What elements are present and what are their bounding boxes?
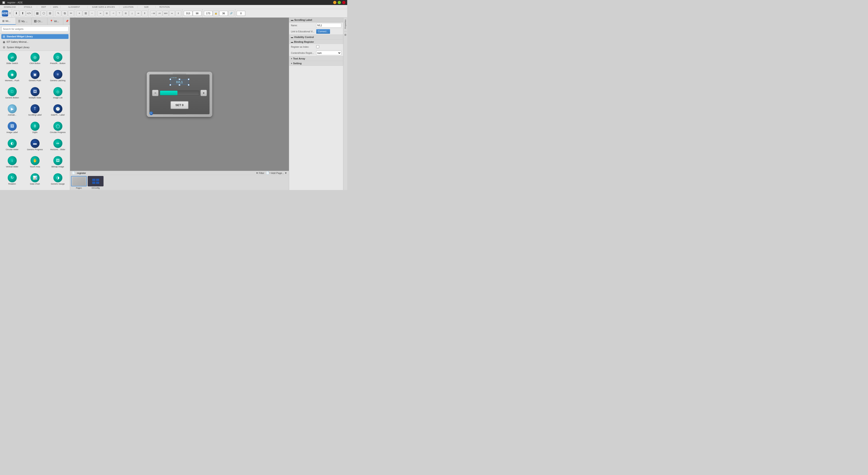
- widget-item-click-button[interactable]: ◎Click Button: [24, 52, 46, 68]
- distribute-v-button[interactable]: ⇕: [142, 10, 148, 16]
- rotation-input[interactable]: 0: [237, 11, 245, 16]
- system-library-item[interactable]: ⚙ System Widget Library: [1, 45, 68, 50]
- align-top-button[interactable]: ⊤: [116, 10, 122, 16]
- add-page-button[interactable]: 📄+ Add Page... ▼: [266, 172, 287, 174]
- visibility-header[interactable]: ▬ Visibility Control: [289, 35, 343, 39]
- code-button[interactable]: </>: [26, 10, 32, 16]
- iot-library-item[interactable]: ◉ IOT Gallery Minimal...: [1, 39, 68, 44]
- same-wh-button[interactable]: WH: [163, 10, 168, 16]
- widget-item-generic-progress[interactable]: ▬Generic Progress: [24, 138, 46, 155]
- upload-button[interactable]: ⬆: [20, 10, 26, 16]
- widget-item-moment----push[interactable]: ◉Moment... Push: [1, 69, 23, 86]
- properties-edge-tab[interactable]: Properties: [344, 19, 347, 30]
- widget-item-data-chart[interactable]: 📊Data Chart: [24, 172, 46, 189]
- text-array-header[interactable]: + Text Array: [289, 56, 343, 61]
- slider-track[interactable]: [160, 90, 199, 95]
- slider-plus-button[interactable]: +: [200, 90, 207, 96]
- widget-item-touch-area[interactable]: ✋Touch Area: [24, 155, 46, 172]
- space-v-button[interactable]: ⇕: [176, 10, 181, 16]
- apps-button[interactable]: ⊞: [47, 10, 53, 16]
- widget-item-digits[interactable]: 8Digits: [24, 121, 46, 138]
- widget-item-animati---[interactable]: ▶Animati...: [1, 103, 23, 120]
- maximize-button[interactable]: □: [338, 1, 341, 4]
- set-button[interactable]: SET 0: [170, 101, 188, 109]
- widget-item-circular-meter[interactable]: ◐Circular Meter: [1, 138, 23, 155]
- cut-button[interactable]: ✂: [68, 10, 74, 16]
- widget-item-bitmap-image[interactable]: 🖼Bitmap Image: [46, 155, 69, 172]
- zoom-in-button[interactable]: +: [76, 10, 82, 16]
- page-thumb-page1[interactable]: Page1: [71, 176, 87, 189]
- search-input[interactable]: [1, 26, 68, 32]
- widget-item-press-r----button[interactable]: ⊙Press/R... Button: [46, 52, 69, 68]
- zoom-fit-button[interactable]: ⊞: [83, 10, 89, 16]
- handle-tr[interactable]: [188, 79, 189, 80]
- handle-tm[interactable]: [179, 79, 180, 80]
- scrolling-label-widget[interactable]: 173X36 IVL1: [170, 80, 188, 85]
- widget-item-date-ti----label[interactable]: 🕐Date/Ti... Label: [46, 103, 69, 120]
- content-register-select[interactable]: num str: [316, 51, 342, 55]
- nav-tab-wi2[interactable]: 📍 Wi...: [48, 18, 63, 25]
- nav-tab-my[interactable]: ☰ My ...: [16, 18, 32, 25]
- location-y-input[interactable]: 98: [193, 11, 202, 16]
- setting-header[interactable]: + Setting: [289, 61, 343, 66]
- settings-edge-icon[interactable]: ⚙: [344, 33, 346, 36]
- canvas-content[interactable]: 173X36 IVL1 −: [70, 18, 289, 171]
- space-h-button[interactable]: ⇔: [169, 10, 175, 16]
- widget-item-generic-button[interactable]: □Generic Button: [1, 86, 23, 103]
- widget-item-circular-progress[interactable]: ◯Circular Progress: [46, 121, 69, 138]
- widget-item-slider-switch[interactable]: ⇄Slider Switch: [1, 52, 23, 68]
- widget-item-scrolling-label[interactable]: TScrolling Label: [24, 103, 46, 120]
- handle-bl[interactable]: [169, 84, 171, 86]
- slider-minus-button[interactable]: −: [152, 90, 158, 96]
- align-left-button[interactable]: ⫤: [97, 10, 103, 16]
- filter-button[interactable]: ▼ Filter: [256, 172, 264, 174]
- minimize-button[interactable]: −: [333, 1, 336, 4]
- size-h-input[interactable]: 36: [219, 11, 228, 16]
- puzzle-button[interactable]: ⬡: [41, 10, 46, 16]
- binding-header[interactable]: ▬ Binding Register: [289, 39, 343, 44]
- distribute-h-button[interactable]: ⇔: [135, 10, 141, 16]
- handle-br[interactable]: [188, 84, 189, 86]
- size-w-input[interactable]: 173: [204, 11, 213, 16]
- page1-label: Page1: [76, 187, 82, 189]
- zoom-out-button[interactable]: −: [89, 10, 95, 16]
- align-middle-button[interactable]: ⊟: [123, 10, 129, 16]
- toolbar-main: ADE ☰ ⬇ ⬆ </> ▦ ⬡ ⊞ ↖ ⧉ ✂ + ⊞ − ⫤ ⊟: [0, 9, 347, 18]
- standard-library-label: Standard Widget Library: [6, 35, 33, 38]
- align-right-button[interactable]: ⊣: [110, 10, 116, 16]
- same-w-button[interactable]: ↔W: [150, 10, 156, 16]
- widget-item-generic-push[interactable]: ▣Generic Push: [24, 69, 46, 86]
- same-h-button[interactable]: ↕H: [156, 10, 162, 16]
- nav-tab-widgets[interactable]: ⊞ Wi...: [0, 18, 16, 25]
- page-thumb-ioconfig[interactable]: IOConfig: [88, 176, 103, 189]
- nav-tab-pin[interactable]: 📌: [63, 18, 70, 25]
- copy-button[interactable]: ⧉: [62, 10, 68, 16]
- widget-item-vertical-slider[interactable]: ↕Vertical Slider: [1, 155, 23, 172]
- download-button[interactable]: ⬇: [13, 10, 19, 16]
- widget-item-multiple-state[interactable]: 🖼Multiple State: [24, 86, 46, 103]
- nav-tab-clients[interactable]: 🖼 Cli...: [32, 18, 48, 25]
- widget-item-horizont----slider[interactable]: ⇔Horizont... Slider: [46, 138, 69, 155]
- widget-item-image-list[interactable]: ◇Image List: [46, 86, 69, 103]
- widget-item-generic-latching[interactable]: ≡Generic Latching: [46, 69, 69, 86]
- widget-item-generic-gauge[interactable]: ◑Generic Gauge: [46, 172, 69, 189]
- widget-item-image-label[interactable]: 🖼Image Label: [1, 121, 23, 138]
- link-educational-value: Connect...: [316, 29, 342, 34]
- link-button[interactable]: 🔗: [228, 10, 234, 16]
- connect-button[interactable]: Connect...: [316, 29, 330, 34]
- align-bottom-button[interactable]: ⊥: [129, 10, 135, 16]
- widget-item-rotation[interactable]: ↻Rotation: [1, 172, 23, 189]
- grid-button[interactable]: ▦: [34, 10, 40, 16]
- align-center-button[interactable]: ⊟: [104, 10, 110, 16]
- select-button[interactable]: ↖: [55, 10, 61, 16]
- handle-bm[interactable]: [179, 84, 180, 86]
- standard-library-item[interactable]: ⊞ Standard Widget Library: [1, 34, 68, 39]
- lock-aspect-button[interactable]: 🔒: [213, 10, 219, 16]
- register-index-checkbox[interactable]: [316, 45, 319, 48]
- name-input[interactable]: [316, 23, 342, 28]
- location-x-input[interactable]: 313: [184, 11, 192, 16]
- hamburger-icon[interactable]: ☰: [9, 12, 11, 14]
- panel-collapse-icon[interactable]: ▬: [291, 19, 293, 21]
- close-button[interactable]: ×: [342, 1, 345, 4]
- handle-tl[interactable]: [169, 79, 171, 80]
